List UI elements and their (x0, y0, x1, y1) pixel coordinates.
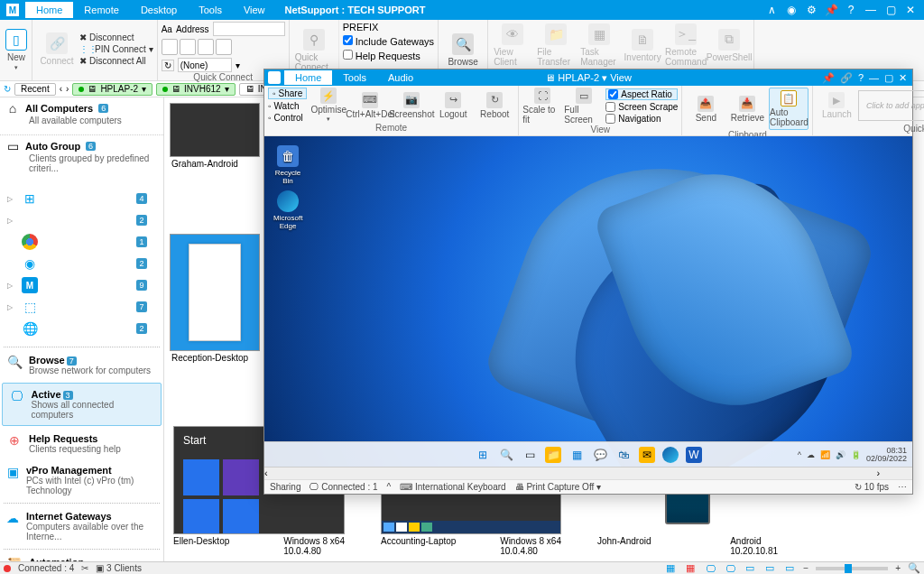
quick-view-icon-2[interactable] (180, 39, 196, 55)
tree-edge[interactable]: ◉2 (2, 253, 162, 274)
maximize-button[interactable]: ▢ (884, 4, 897, 16)
status-icon-6[interactable]: ▭ (763, 562, 776, 574)
tree-globe[interactable]: 🌐2 (2, 318, 162, 339)
reboot-button[interactable]: ↻Reboot (475, 92, 514, 119)
task-view-icon[interactable]: ▭ (522, 447, 538, 463)
zoom-out-icon[interactable]: − (803, 563, 808, 573)
auto-clipboard-button[interactable]: 📋Auto Clipboard (769, 88, 808, 130)
recent-item-2[interactable]: 🖥 INVH612 ▾ (156, 83, 236, 96)
remote-pin-icon[interactable]: 📌 (822, 72, 835, 84)
remote-maximize-button[interactable]: ▢ (884, 72, 893, 84)
tab-home[interactable]: Home (25, 2, 73, 18)
help-icon[interactable]: ? (845, 4, 857, 16)
pin-connect-button[interactable]: ⋮⋮PIN Connect▾ (79, 44, 153, 54)
new-button[interactable]: ▯New▾ (4, 27, 29, 73)
sidebar-automation[interactable]: 📜 AutomationAutomate common tasks on: (0, 551, 163, 561)
chat-icon[interactable]: 💬 (592, 447, 608, 463)
address-input[interactable] (213, 22, 285, 36)
tray-wifi-icon[interactable]: 📶 (820, 450, 830, 459)
sidebar-help-requests[interactable]: ⊕ Help RequestsClients requesting help (0, 428, 163, 459)
screenshot-button[interactable]: 📷Screenshot (392, 92, 431, 119)
tab-tools[interactable]: Tools (188, 2, 233, 18)
tree-apple[interactable]: ▷2 (2, 209, 162, 231)
tray-volume-icon[interactable]: 🔊 (836, 450, 845, 459)
refresh-icon[interactable]: ↻ (4, 84, 11, 94)
system-tray[interactable]: ^ ☁ 📶 🔊 🔋 08:3102/09/2022 (798, 447, 907, 463)
sidebar-gateways[interactable]: ☁ Internet GatewaysComputers available o… (0, 505, 163, 547)
aspect-ratio-checkbox[interactable]: Aspect Ratio (605, 88, 678, 100)
collapse-ribbon-icon[interactable]: ∧ (765, 4, 778, 16)
tree-windows[interactable]: ▷⊞4 (2, 188, 162, 209)
recycle-bin-icon[interactable]: 🗑Recycle Bin (273, 145, 302, 185)
watch-button[interactable]: ◦ Watch (268, 101, 307, 111)
tree-box[interactable]: ▷⬚7 (2, 296, 162, 318)
prefix-dropdown[interactable] (178, 58, 232, 72)
navigation-checkbox[interactable]: Navigation (605, 114, 678, 124)
tray-chevron-icon[interactable]: ^ (798, 450, 801, 459)
recent-item-1[interactable]: 🖥 HPLAP-2 ▾ (72, 83, 152, 96)
chevron-right-icon[interactable]: › (66, 84, 69, 94)
sidebar-auto-group[interactable]: ▭Auto Group6 Clients grouped by predefin… (0, 135, 163, 182)
word-icon[interactable]: W (686, 447, 702, 463)
share-button[interactable]: ◦ Share (268, 88, 307, 99)
quick-view-icon-3[interactable] (198, 39, 214, 55)
ctrl-alt-del-button[interactable]: ⌨Ctrl+Alt+Del (350, 92, 390, 119)
status-icon-4[interactable]: 🖵 (724, 563, 736, 574)
tree-netsupport[interactable]: ▷M9 (2, 274, 162, 296)
status-icon-5[interactable]: ▭ (744, 562, 756, 574)
tab-view[interactable]: View (233, 2, 276, 18)
click-to-add-app[interactable]: Click to add application (858, 90, 924, 121)
disconnect-button[interactable]: ✖ Disconnect (79, 32, 153, 42)
gear-icon[interactable]: ⚙ (805, 4, 818, 16)
recent-label[interactable]: Recent (14, 83, 56, 96)
thumb-graham[interactable]: Graham-Android (170, 103, 260, 171)
explorer-icon[interactable]: 📁 (545, 447, 561, 463)
edge-taskbar-icon[interactable] (662, 447, 679, 463)
status-icon-3[interactable]: 🖵 (704, 563, 716, 574)
zoom-fit-icon[interactable]: 🔍 (908, 562, 920, 574)
minimize-button[interactable]: — (864, 4, 877, 16)
zoom-in-icon[interactable]: + (895, 563, 901, 573)
tray-cloud-icon[interactable]: ☁ (807, 450, 815, 459)
tree-chrome[interactable]: 1 (2, 231, 162, 253)
optimise-button[interactable]: ⚡Optimise▾ (309, 88, 348, 123)
control-button[interactable]: ◦ Control (268, 113, 307, 123)
status-icon-7[interactable]: ▭ (783, 562, 796, 574)
status-icon-1[interactable]: ▦ (664, 562, 677, 574)
sidebar-vpro[interactable]: ▣ vPro ManagementPCs with Intel (c) vPro… (0, 459, 163, 501)
remote-tab-tools[interactable]: Tools (332, 70, 377, 85)
remote-taskbar[interactable]: ⊞ 🔍 ▭ 📁 ▦ 💬 🛍 ✉ W ^ ☁ 📶 🔊 🔋 08:3102/09/2… (264, 441, 912, 467)
close-button[interactable]: ✕ (904, 4, 917, 16)
help-requests-checkbox[interactable]: Help Requests (343, 50, 420, 61)
widgets-icon[interactable]: ▦ (568, 447, 585, 463)
mail-icon[interactable]: ✉ (639, 447, 655, 463)
remote-link-icon[interactable]: 🔗 (840, 72, 853, 84)
remote-scrollbar[interactable]: ‹› (264, 467, 912, 479)
full-screen-button[interactable]: ▭Full Screen (564, 88, 604, 125)
user-icon[interactable]: ◉ (785, 4, 798, 16)
remote-tab-audio[interactable]: Audio (377, 70, 424, 85)
remote-tab-home[interactable]: Home (284, 70, 332, 85)
edge-icon[interactable]: Microsoft Edge (273, 190, 302, 230)
store-icon[interactable]: 🛍 (615, 447, 632, 463)
scale-to-fit-button[interactable]: ⛶Scale to fit (522, 88, 562, 125)
logout-button[interactable]: ↪Logout (433, 92, 473, 119)
quick-view-icon-1[interactable] (162, 39, 178, 55)
quick-view-icon-4[interactable] (216, 39, 232, 55)
include-gateways-checkbox[interactable]: Include Gateways (343, 35, 435, 47)
remote-close-button[interactable]: ✕ (899, 72, 907, 84)
sidebar-active[interactable]: 🖵 Active3Shows all connected computers (2, 383, 162, 426)
remote-status-chevron[interactable]: ^ (387, 482, 392, 492)
send-button[interactable]: 📤Send (686, 96, 725, 123)
browse-button[interactable]: 🔍Browse (442, 32, 484, 69)
retrieve-button[interactable]: 📥Retrieve (727, 96, 767, 123)
sidebar-browse[interactable]: 🔍 Browse7Browse network for computers (0, 349, 163, 381)
tab-desktop[interactable]: Desktop (130, 2, 188, 18)
remote-help-icon[interactable]: ? (858, 72, 864, 84)
tab-remote[interactable]: Remote (73, 2, 130, 18)
chevron-left-icon[interactable]: ‹ (60, 84, 62, 94)
remote-status-dots[interactable]: ⋯ (898, 482, 907, 492)
status-icon-2[interactable]: ▦ (684, 562, 697, 574)
start-icon[interactable]: ⊞ (475, 447, 491, 463)
screen-scrape-checkbox[interactable]: Screen Scrape (605, 102, 678, 112)
